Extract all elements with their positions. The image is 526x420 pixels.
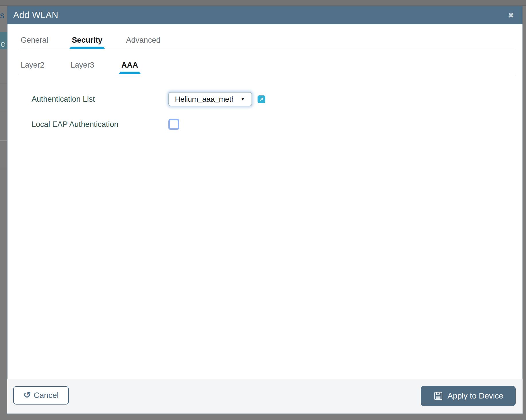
subtab-layer2[interactable]: Layer2 xyxy=(21,61,44,74)
add-wlan-dialog: Add WLAN ✖ General Security Advanced Lay… xyxy=(7,6,523,414)
background-partial-button: e xyxy=(0,32,8,49)
background-table-line xyxy=(0,140,7,141)
save-floppy-icon xyxy=(433,391,443,401)
background-partial-text: s 8 xyxy=(0,10,7,21)
main-tabbar: General Security Advanced xyxy=(19,24,516,49)
select-caret-zone[interactable]: ▼ xyxy=(234,93,252,106)
tab-security[interactable]: Security xyxy=(72,36,103,49)
local-eap-checkbox[interactable] xyxy=(168,119,179,130)
apply-to-device-button[interactable]: Apply to Device xyxy=(421,386,516,406)
dialog-footer: ↺ Cancel Apply to Device xyxy=(7,379,523,413)
authentication-list-row: Authentication List Helium_aaa_meth ▼ xyxy=(32,92,522,106)
tab-general[interactable]: General xyxy=(21,36,48,49)
undo-icon: ↺ xyxy=(23,390,31,399)
cancel-button-label: Cancel xyxy=(34,391,59,400)
close-icon[interactable]: ✖ xyxy=(508,12,514,19)
local-eap-label: Local EAP Authentication xyxy=(32,120,168,129)
local-eap-row: Local EAP Authentication xyxy=(32,119,522,130)
chevron-down-icon: ▼ xyxy=(241,97,245,102)
background-table-line xyxy=(0,112,7,112)
external-link-icon[interactable] xyxy=(258,95,265,103)
cancel-button[interactable]: ↺ Cancel xyxy=(13,386,69,405)
authentication-list-label: Authentication List xyxy=(32,95,168,104)
background-table-line xyxy=(0,83,7,83)
dialog-title: Add WLAN xyxy=(13,10,58,20)
background-partial-button-label: e xyxy=(1,39,5,49)
subtab-aaa[interactable]: AAA xyxy=(121,61,138,74)
tab-advanced[interactable]: Advanced xyxy=(126,36,161,49)
authentication-list-select[interactable]: Helium_aaa_meth ▼ xyxy=(168,92,252,106)
dialog-header: Add WLAN ✖ xyxy=(7,6,523,24)
background-topbar xyxy=(0,0,526,6)
authentication-list-value: Helium_aaa_meth xyxy=(169,95,234,104)
background-table-line xyxy=(0,169,7,169)
subtab-layer3[interactable]: Layer3 xyxy=(71,61,94,74)
security-subtabbar: Layer2 Layer3 AAA xyxy=(19,49,516,74)
arrow-up-right-glyph xyxy=(259,97,264,102)
apply-button-label: Apply to Device xyxy=(447,391,503,401)
